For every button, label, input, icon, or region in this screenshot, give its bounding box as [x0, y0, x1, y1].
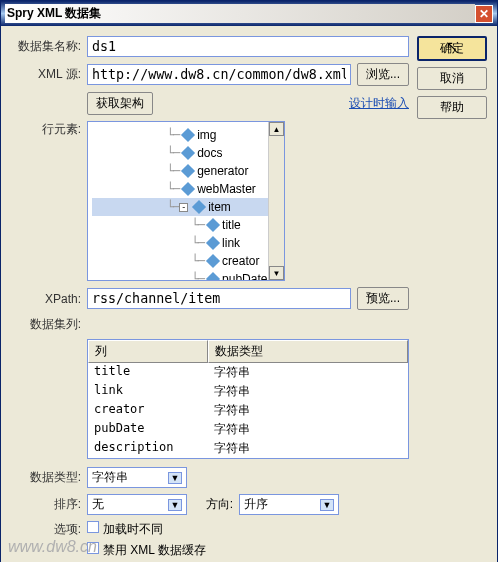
diamond-icon: [181, 164, 195, 178]
columns-table[interactable]: 列 数据类型 title字符串link字符串creator字符串pubDate字…: [87, 339, 409, 459]
label-dscols: 数据集列:: [11, 316, 81, 333]
table-row[interactable]: link字符串: [88, 382, 408, 401]
tree-node-creator[interactable]: └─creator: [92, 252, 280, 270]
schema-tree[interactable]: └─img └─docs └─generator └─webMaster └─-…: [87, 121, 285, 281]
preview-button[interactable]: 预览...: [357, 287, 409, 310]
table-row[interactable]: creator字符串: [88, 401, 408, 420]
xpath-input[interactable]: [87, 288, 351, 309]
help-button[interactable]: 帮助: [417, 96, 487, 119]
checkbox-diffonload[interactable]: [87, 521, 99, 533]
diamond-icon: [192, 200, 206, 214]
label-rowelem: 行元素:: [11, 121, 81, 138]
label-options: 选项:: [11, 521, 81, 538]
xml-source-input[interactable]: [87, 64, 351, 85]
tree-node-item[interactable]: └─-item: [92, 198, 280, 216]
diamond-icon: [181, 182, 195, 196]
cancel-button[interactable]: 取消: [417, 67, 487, 90]
scroll-up-icon[interactable]: ▲: [269, 122, 284, 136]
diamond-icon: [206, 236, 220, 250]
scroll-down-icon[interactable]: ▼: [269, 266, 284, 280]
close-icon[interactable]: ✕: [475, 5, 493, 23]
chevron-down-icon[interactable]: ▼: [168, 499, 182, 511]
tree-node-docs[interactable]: └─docs: [92, 144, 280, 162]
dialog-title: Spry XML 数据集: [5, 4, 475, 23]
label-xmlsrc: XML 源:: [11, 66, 81, 83]
table-row[interactable]: title字符串: [88, 363, 408, 382]
sort-select[interactable]: 无 ▼: [87, 494, 187, 515]
diamond-icon: [181, 128, 195, 142]
col-header-type[interactable]: 数据类型: [208, 340, 408, 363]
label-dsname: 数据集名称:: [11, 38, 81, 55]
diamond-icon: [206, 272, 220, 281]
titlebar: Spry XML 数据集 ✕: [1, 1, 497, 26]
table-row[interactable]: pubDate字符串: [88, 420, 408, 439]
tree-node-title[interactable]: └─title: [92, 216, 280, 234]
label-sort: 排序:: [11, 496, 81, 513]
chevron-down-icon[interactable]: ▼: [168, 472, 182, 484]
tree-node-pubDate[interactable]: └─pubDate: [92, 270, 280, 281]
col-header-name[interactable]: 列: [88, 340, 208, 363]
label-datatype: 数据类型:: [11, 469, 81, 486]
get-schema-button[interactable]: 获取架构: [87, 92, 153, 115]
expander-icon[interactable]: -: [179, 203, 188, 212]
scrollbar[interactable]: ▲ ▼: [268, 122, 284, 280]
label-direction: 方向:: [193, 496, 233, 513]
tree-node-link[interactable]: └─link: [92, 234, 280, 252]
watermark: www.dw8.cn: [8, 538, 97, 556]
chevron-down-icon[interactable]: ▼: [320, 499, 334, 511]
diamond-icon: [206, 218, 220, 232]
browse-button[interactable]: 浏览...: [357, 63, 409, 86]
diamond-icon: [181, 146, 195, 160]
label-xpath: XPath:: [11, 292, 81, 306]
dataset-name-input[interactable]: [87, 36, 409, 57]
tree-node-img[interactable]: └─img: [92, 126, 280, 144]
direction-select[interactable]: 升序 ▼: [239, 494, 339, 515]
ok-button[interactable]: 确定: [417, 36, 487, 61]
tree-node-generator[interactable]: └─generator: [92, 162, 280, 180]
diamond-icon: [206, 254, 220, 268]
datatype-select[interactable]: 字符串 ▼: [87, 467, 187, 488]
design-input-link[interactable]: 设计时输入: [349, 95, 409, 112]
tree-node-webMaster[interactable]: └─webMaster: [92, 180, 280, 198]
table-row[interactable]: description字符串: [88, 439, 408, 458]
